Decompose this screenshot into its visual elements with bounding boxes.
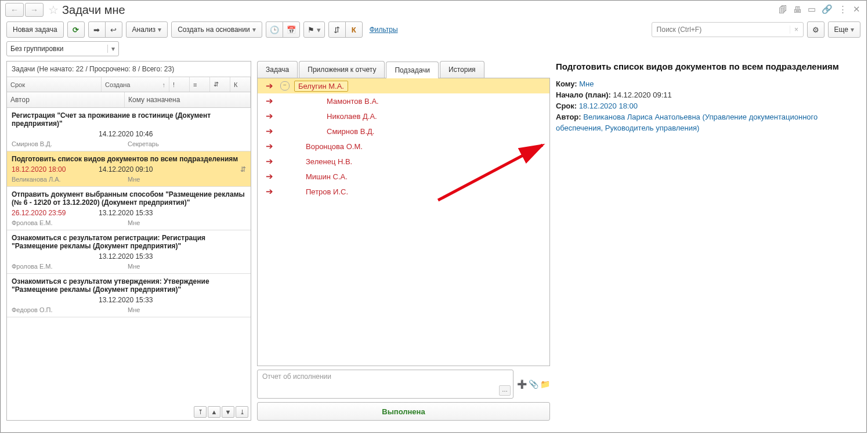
arrow-right-icon: ➔ [266,186,273,197]
tab-attachments[interactable]: Приложения к отчету [299,61,385,78]
task-author: Смирнов В.Д. [12,140,128,147]
k-button[interactable]: К [345,21,363,38]
task-row[interactable]: Подготовить список видов документов по в… [7,151,251,187]
grouping-select[interactable]: Без группировки ▾ [6,41,119,56]
tab-subtasks[interactable]: Подзадачи [386,62,439,78]
task-created: 13.12.2020 15:33 [99,252,217,261]
arrow-right-icon: ➔ [266,141,273,151]
col-assigned[interactable]: Кому назначена [125,92,251,107]
page-last[interactable]: ⤓ [236,406,248,418]
page-first[interactable]: ⤒ [194,406,207,418]
link-icon[interactable]: 🔗 [822,4,833,15]
task-row[interactable]: Ознакомиться с результатом регистрации: … [7,230,251,274]
page-down[interactable]: ▼ [222,406,234,418]
col-tree-icon[interactable]: ⇵ [210,77,230,92]
subtask-name: Зеленец Н.В. [306,157,352,166]
task-author: Великанова Л.А. [12,176,128,183]
task-row[interactable]: Ознакомиться с результатом утверждения: … [7,274,251,317]
tree-icon[interactable]: ⇵ [328,21,346,38]
done-button[interactable]: Выполнена [257,402,550,421]
favorite-star-icon[interactable]: ☆ [48,3,59,17]
attachment-icon[interactable]: 📎 [529,379,538,389]
new-task-button[interactable]: Новая задача [6,21,64,38]
subtask-name: Воронцова О.М. [306,142,363,151]
execution-report-input[interactable]: Отчет об исполнении … [257,370,513,399]
task-title: Ознакомиться с результатом утверждения: … [7,274,251,295]
task-created: 13.12.2020 15:33 [99,209,217,217]
flag-dropdown[interactable]: ⚑ [303,21,325,38]
save-icon[interactable]: 🗐 [779,5,787,15]
subtask-row[interactable]: ➔Николаев Д.А. [258,108,549,124]
page-up[interactable]: ▲ [208,406,220,418]
kebab-icon[interactable]: ⋮ [838,4,847,15]
subtasks-pane: Задача Приложения к отчету Подзадачи Ист… [257,61,550,421]
page-setup-icon[interactable]: ▭ [808,4,816,15]
task-deadline [12,130,99,138]
task-title: Регистрация "Счет за проживание в гостин… [7,108,251,129]
task-author: Фролова Е.М. [12,219,128,226]
expand-comment-button[interactable]: … [499,385,511,396]
task-row[interactable]: Регистрация "Счет за проживание в гостин… [7,108,251,151]
col-flag[interactable]: ! [169,77,190,92]
author-link[interactable]: Великанова Лариса Анатольевна (Управлени… [556,113,818,132]
arrow-right-icon: ➔ [266,111,273,121]
tab-task[interactable]: Задача [257,61,298,78]
task-deadline [12,296,99,304]
forward-task-icon[interactable]: ➡ [88,21,106,38]
arrow-right-icon: ➔ [266,171,273,182]
detail-title: Подготовить список видов документов по в… [556,61,860,73]
task-created: 14.12.2020 09:10 [99,165,217,173]
pager: ⤒ ▲ ▼ ⤓ [193,406,248,418]
clock-icon[interactable]: 🕒 [266,21,283,38]
subtask-name: Мамонтов В.А. [327,97,379,106]
tab-history[interactable]: История [440,61,484,78]
task-assignee: Секретарь [128,140,246,147]
task-title: Отправить документ выбранным способом "Р… [7,187,251,208]
deadline-link[interactable]: 18.12.2020 18:00 [579,102,638,110]
task-title: Ознакомиться с результатом регистрации: … [7,230,251,251]
col-author[interactable]: Автор [7,92,125,107]
task-assignee: Мне [128,263,246,270]
more-dropdown[interactable]: Еще [828,21,860,38]
create-based-on-dropdown[interactable]: Создать на основании [171,21,262,38]
task-title: Подготовить список видов документов по в… [7,151,251,164]
folder-icon[interactable]: 📁 [540,379,550,389]
subtask-name: Николаев Д.А. [327,112,377,121]
nav-back-button[interactable]: ← [5,3,24,17]
arrow-right-icon: ➔ [266,96,273,106]
details-pane: Подготовить список видов документов по в… [556,61,860,421]
chevron-down-icon: ▾ [107,45,115,53]
filters-link[interactable]: Фильтры [370,26,398,34]
arrow-right-icon: ➔ [266,81,273,91]
settings-icon[interactable]: ⚙ [807,21,824,38]
analysis-dropdown[interactable]: Анализ [126,21,168,38]
task-assignee: Мне [128,306,246,313]
calendar-icon[interactable]: 📅 [283,21,300,38]
assigned-to-link[interactable]: Мне [579,79,594,88]
col-deadline[interactable]: Срок [7,77,102,92]
print-icon[interactable]: 🖶 [793,5,802,15]
search-input[interactable] [652,26,790,34]
subtask-row[interactable]: ➔−Белугин М.А. [258,78,549,93]
task-deadline: 26.12.2020 23:59 [12,209,99,217]
task-deadline: 18.12.2020 18:00 [12,165,99,173]
task-created: 13.12.2020 15:33 [99,296,217,304]
col-k[interactable]: К [230,77,251,92]
close-icon[interactable]: ✕ [853,4,860,15]
reply-icon[interactable]: ↩ [105,21,122,38]
nav-forward-button[interactable]: → [25,3,44,17]
subtask-row[interactable]: ➔Смирнов В.Д. [258,124,549,139]
col-created[interactable]: Создана↑ [102,77,169,92]
tasks-summary: Задачи (Не начато: 22 / Просрочено: 8 / … [7,62,251,77]
subtask-row[interactable]: ➔Мамонтов В.А. [258,93,549,108]
task-assignee: Мне [128,176,246,183]
subtask-name: Белугин М.А. [294,81,348,92]
collapse-icon[interactable]: − [280,81,290,91]
col-doc-icon[interactable]: ≡ [190,77,210,92]
task-author: Фролова Е.М. [12,263,128,270]
add-attachment-icon[interactable]: ➕ [517,379,527,389]
clear-search-button[interactable]: × [790,26,803,34]
page-title: Задачи мне [62,3,125,17]
task-row[interactable]: Отправить документ выбранным способом "Р… [7,187,251,230]
refresh-button[interactable]: ⟳ [67,21,85,38]
